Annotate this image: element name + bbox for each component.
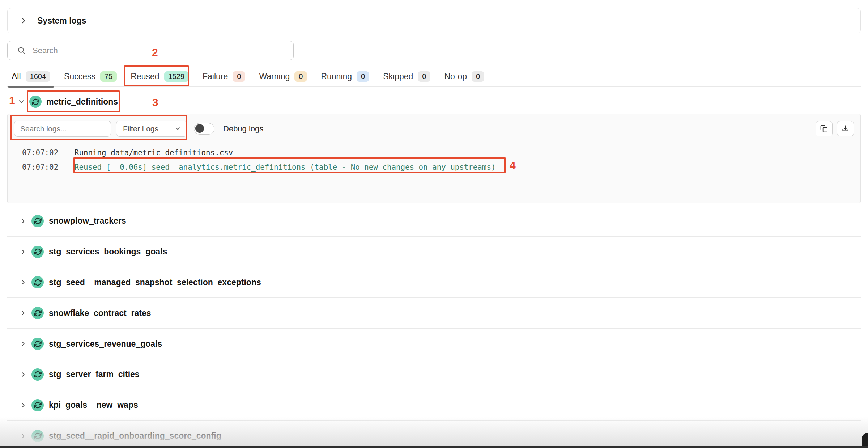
chevron-right-icon: [20, 371, 26, 378]
reused-status-icon: [31, 246, 44, 258]
copy-logs-button[interactable]: [816, 121, 833, 136]
group-row-stg-seed-rapid-onboarding-score-config[interactable]: stg_seed__rapid_onboarding_score_config: [7, 421, 861, 448]
chevron-right-icon: [20, 402, 26, 409]
tab-noop-count-badge: 0: [472, 71, 484, 82]
group-label: stg_services_bookings_goals: [49, 247, 167, 257]
group-label: stg_seed__rapid_onboarding_score_config: [49, 431, 221, 441]
chevron-right-icon: [20, 249, 26, 255]
log-message: Reused [ 0.06s] seed analytics.metric_de…: [75, 163, 495, 172]
group-row-snowflake-contract-rates[interactable]: snowflake_contract_rates: [7, 298, 861, 329]
log-controls: Filter Logs Debug logs: [14, 121, 854, 137]
log-line: 07:07:02 Reused [ 0.06s] seed analytics.…: [22, 160, 846, 174]
tab-all[interactable]: All 1604: [12, 66, 50, 86]
log-message: Running data/metric_definitions.csv: [75, 148, 233, 157]
chevron-right-icon: [20, 310, 26, 316]
reused-status-icon: [31, 215, 44, 227]
download-logs-button[interactable]: [837, 121, 854, 136]
group-row-metric-definitions[interactable]: metric_definitions: [7, 90, 118, 113]
chevron-right-icon: [20, 433, 26, 439]
group-row-stg-services-revenue-goals[interactable]: stg_services_revenue_goals: [7, 329, 861, 359]
log-console-panel: Filter Logs Debug logs 07:07:02 Running …: [7, 114, 861, 203]
search-logs-field: [14, 121, 111, 137]
tab-reused-count-badge: 1529: [164, 71, 189, 82]
system-logs-page: System logs All 1604 Success 75 Reused 1…: [0, 0, 868, 448]
tab-success-count-badge: 75: [100, 71, 117, 82]
tab-reused[interactable]: Reused 1529: [131, 66, 189, 86]
chevron-right-icon: [20, 341, 26, 347]
bottom-edge-bar: [0, 446, 868, 448]
group-label: snowplow_trackers: [49, 216, 126, 226]
log-line: 07:07:02 Running data/metric_definitions…: [22, 145, 846, 160]
group-row-snowplow-trackers[interactable]: snowplow_trackers: [7, 206, 861, 237]
group-row-kpi-goals-new-waps[interactable]: kpi_goals__new_waps: [7, 390, 861, 421]
bottom-right-dark-corner: [862, 433, 868, 446]
tab-skipped[interactable]: Skipped 0: [383, 66, 430, 86]
reused-status-icon: [31, 307, 44, 319]
group-label: stg_seed__managed_snapshot_selection_exc…: [49, 278, 261, 287]
tab-warning-count-badge: 0: [294, 71, 307, 82]
reused-status-icon: [31, 399, 44, 411]
group-label: stg_server_farm_cities: [49, 369, 140, 379]
global-search: [7, 41, 294, 60]
system-logs-header-card[interactable]: System logs: [7, 8, 861, 33]
tab-all-count-badge: 1604: [26, 71, 51, 82]
page-title: System logs: [37, 16, 86, 26]
log-timestamp: 07:07:02: [22, 148, 75, 157]
reused-status-icon: [31, 430, 44, 442]
tab-noop[interactable]: No-op 0: [444, 66, 484, 86]
search-icon: [17, 46, 26, 55]
tab-failure[interactable]: Failure 0: [203, 66, 245, 86]
debug-logs-label: Debug logs: [223, 124, 263, 134]
search-logs-input[interactable]: [20, 124, 105, 133]
reused-status-icon: [29, 96, 42, 108]
log-timestamp: 07:07:02: [22, 163, 75, 172]
filter-logs-dropdown[interactable]: Filter Logs: [116, 121, 187, 137]
tab-running[interactable]: Running 0: [321, 66, 369, 86]
tab-failure-count-badge: 0: [233, 71, 245, 82]
chevron-right-icon: [20, 218, 26, 224]
chevron-down-icon[interactable]: [18, 98, 25, 105]
reused-status-icon: [31, 276, 44, 288]
status-tabs: All 1604 Success 75 Reused 1529 Failure …: [7, 66, 861, 87]
tab-warning[interactable]: Warning 0: [259, 66, 307, 86]
log-output: 07:07:02 Running data/metric_definitions…: [22, 145, 846, 174]
group-label: snowflake_contract_rates: [49, 308, 151, 318]
group-label: kpi_goals__new_waps: [49, 400, 138, 410]
group-list: snowplow_trackers stg_services_bookings_…: [7, 206, 861, 448]
tab-success[interactable]: Success 75: [64, 66, 117, 86]
tab-running-count-badge: 0: [357, 71, 369, 82]
annotation-number-3: 3: [152, 96, 158, 109]
tab-skipped-count-badge: 0: [418, 71, 430, 82]
group-row-stg-server-farm-cities[interactable]: stg_server_farm_cities: [7, 359, 861, 390]
debug-logs-toggle[interactable]: [194, 123, 214, 135]
chevron-right-icon: [20, 279, 26, 286]
group-label: stg_services_revenue_goals: [49, 339, 162, 349]
chevron-down-icon: [175, 126, 180, 131]
chevron-right-icon: [20, 17, 27, 24]
reused-status-icon: [31, 338, 44, 350]
group-row-stg-services-bookings-goals[interactable]: stg_services_bookings_goals: [7, 237, 861, 267]
search-input[interactable]: [33, 46, 293, 55]
reused-status-icon: [31, 368, 44, 381]
group-row-stg-seed-managed-snapshot-selection-exceptions[interactable]: stg_seed__managed_snapshot_selection_exc…: [7, 267, 861, 298]
toggle-knob: [195, 124, 204, 133]
group-label: metric_definitions: [46, 97, 118, 107]
